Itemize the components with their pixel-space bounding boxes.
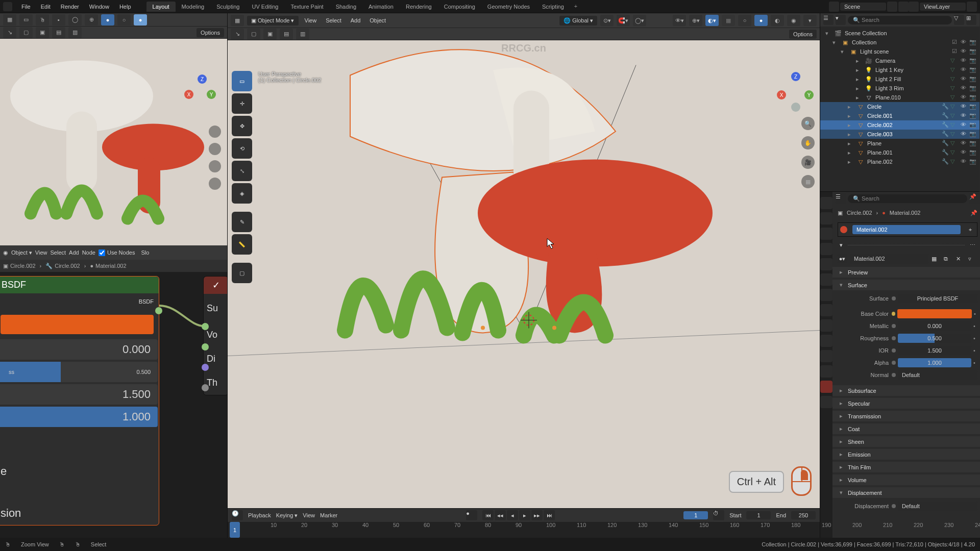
menu-help[interactable]: Help <box>114 2 136 11</box>
slot-dropdown[interactable]: Slo <box>141 249 149 256</box>
node-menu-view[interactable]: View <box>35 249 47 256</box>
main-viewport[interactable]: ▦ ▣ Object Mode ▾ View Select Add Object… <box>228 13 820 508</box>
play-icon[interactable]: ▸ <box>519 510 530 520</box>
framerange-lock-icon[interactable]: ⏱ <box>713 510 724 520</box>
editor-type-node-icon[interactable]: ◉ <box>3 249 8 256</box>
panel-emission[interactable]: ▸Emission <box>832 449 980 460</box>
tab-compositing[interactable]: Compositing <box>438 2 481 12</box>
tool-cursor[interactable]: ✛ <box>232 93 252 114</box>
eye-icon[interactable]: 👁 <box>961 103 968 110</box>
cursor-icon[interactable]: 🖱 <box>36 14 49 26</box>
tool-select-box[interactable]: ▭ <box>232 71 252 91</box>
alpha-dot-icon[interactable] <box>892 361 896 365</box>
exclude-icon[interactable]: ☑ <box>952 39 959 46</box>
material-name-field[interactable] <box>850 254 928 264</box>
props-type-icon[interactable]: ☰ <box>836 193 846 204</box>
jump-end-icon[interactable]: ⏭ <box>544 510 555 520</box>
outliner-lightscene[interactable]: ▾▣Light scene☑👁📷 <box>820 47 979 56</box>
t-sel4-icon[interactable]: ▥ <box>296 29 309 40</box>
matcap-icon[interactable]: ● <box>134 14 147 26</box>
snap-toggle-icon[interactable]: 🧲▾ <box>617 15 630 26</box>
ptab-material-icon[interactable] <box>820 381 832 393</box>
shading-solid-icon[interactable]: ● <box>754 15 768 26</box>
pan-icon[interactable] <box>209 143 221 155</box>
panel-displacement[interactable]: ▾Displacement <box>832 487 980 498</box>
normal-dropdown[interactable]: Default <box>898 370 977 380</box>
node-mode-dropdown[interactable]: Object ▾ <box>11 249 32 256</box>
secondary-viewport[interactable]: ▦ ▭ 🖱 ▪ ◯ ⊕ ● ○ ● ↘ ▢ ▣ ▤ ▥ Op <box>0 13 227 245</box>
eye-icon[interactable]: 👁 <box>961 131 968 138</box>
material-output-node[interactable]: ✓ Su Vo Di Th <box>203 276 227 395</box>
ptab-modifier-icon[interactable] <box>820 304 832 316</box>
pin-icon[interactable]: 📌 <box>970 210 977 216</box>
input-socket-volume[interactable] <box>202 343 209 350</box>
base-color-swatch[interactable] <box>1 315 154 334</box>
node-val-1[interactable]: 0.000 <box>0 339 158 360</box>
eye-icon[interactable]: 👁 <box>961 149 968 156</box>
scene-new-icon[interactable] <box>887 2 897 12</box>
ptab-texture-icon[interactable] <box>820 396 832 408</box>
camera-icon[interactable] <box>209 160 221 172</box>
render-icon[interactable]: 📷 <box>969 149 976 156</box>
slot-add-icon[interactable]: + <box>966 227 975 233</box>
eye-icon[interactable]: 👁 <box>961 158 968 165</box>
tab-scripting[interactable]: Scripting <box>536 2 570 12</box>
eye-icon[interactable]: 👁 <box>961 57 968 64</box>
tool-transform[interactable]: ◈ <box>232 183 252 204</box>
slot-menu-icon[interactable]: ⋯ <box>970 242 975 248</box>
start-frame-field[interactable]: 1 <box>746 511 771 519</box>
vp-persp-icon[interactable]: ▦ <box>801 175 815 188</box>
node-val-ss[interactable]: ss0.500 <box>0 362 158 382</box>
editor-type-3d-icon[interactable]: ▦ <box>231 15 244 26</box>
sel2-icon[interactable]: ▣ <box>36 27 49 38</box>
persp-icon[interactable] <box>209 178 221 190</box>
render-icon[interactable]: 📷 <box>969 57 976 64</box>
ior-dot-icon[interactable] <box>892 348 896 353</box>
ptab-scene-icon[interactable] <box>820 258 832 270</box>
tab-layout[interactable]: Layout <box>146 2 176 12</box>
shading-toggle-icon[interactable]: ● <box>101 14 114 26</box>
gizmo-toggle-icon[interactable]: ⊕▾ <box>689 15 702 26</box>
render-icon[interactable]: 📷 <box>969 48 976 55</box>
tool-move[interactable]: ✥ <box>232 116 252 136</box>
outliner-item[interactable]: ▸ 💡 Light 1 Key ▽ 👁📷 <box>820 65 979 74</box>
ptab-physics-icon[interactable] <box>820 335 832 347</box>
playhead[interactable]: 1 <box>230 522 240 538</box>
tool-addcube[interactable]: ▢ <box>232 263 252 283</box>
input-socket-thickness[interactable] <box>202 384 209 391</box>
arrow-icon[interactable]: ↘ <box>3 27 16 38</box>
view3d-view[interactable]: View <box>302 16 320 24</box>
current-frame-field[interactable]: 1 <box>683 511 708 519</box>
ior-field[interactable]: 1.500 <box>898 346 971 355</box>
outliner-collection[interactable]: ▾▣Collection☑👁📷 <box>820 38 979 47</box>
menu-edit[interactable]: Edit <box>36 2 56 11</box>
tool-rotate[interactable]: ⟲ <box>232 138 252 159</box>
input-socket-surface[interactable] <box>202 323 209 330</box>
viewlayer-name-field[interactable]: ViewLayer <box>920 3 966 11</box>
node-menu-select[interactable]: Select <box>51 249 66 256</box>
shading-matprev-icon[interactable]: ◐ <box>771 15 784 26</box>
render-icon[interactable]: 📷 <box>969 66 976 73</box>
tab-animation[interactable]: Animation <box>362 2 400 12</box>
ptab-output-icon[interactable] <box>820 228 832 240</box>
shader-node-editor[interactable]: ◉ Object ▾ View Select Add Node Use Node… <box>0 245 227 538</box>
eye-icon[interactable]: 👁 <box>961 94 968 101</box>
gizmo-icon[interactable]: ⊕ <box>85 14 98 26</box>
ptab-world-icon[interactable] <box>820 273 832 286</box>
outliner-item-selected[interactable]: ▸ ▽ Circle.001 🔧▽ 👁📷 <box>820 111 979 120</box>
render-icon[interactable]: 📷 <box>969 94 976 101</box>
timeline[interactable]: 🕐 Playback Keying ▾ View Marker ● ⏮ ◂◂ ◂… <box>228 508 820 538</box>
orientation-dropdown[interactable]: 🌐 Global ▾ <box>559 16 597 26</box>
render-icon[interactable]: 📷 <box>969 39 976 46</box>
menu-window[interactable]: Window <box>84 2 114 11</box>
options-dropdown[interactable]: Options <box>197 28 224 37</box>
surface-dropdown[interactable]: Principled BSDF <box>898 294 977 303</box>
jump-start-icon[interactable]: ⏮ <box>482 510 494 520</box>
metallic-dot-icon[interactable] <box>892 324 896 328</box>
props-pin-icon[interactable]: 📌 <box>969 193 979 204</box>
eye-icon[interactable]: 👁 <box>961 76 968 83</box>
outliner-item[interactable]: ▸ 💡 Light 3 Rim ▽ 👁📷 <box>820 84 979 93</box>
zoom-icon[interactable] <box>209 126 221 138</box>
sel-box-icon[interactable]: ▭ <box>19 14 33 26</box>
outliner-item[interactable]: ▸ ▽ Plane.002 🔧▽ 👁📷 <box>820 157 979 166</box>
